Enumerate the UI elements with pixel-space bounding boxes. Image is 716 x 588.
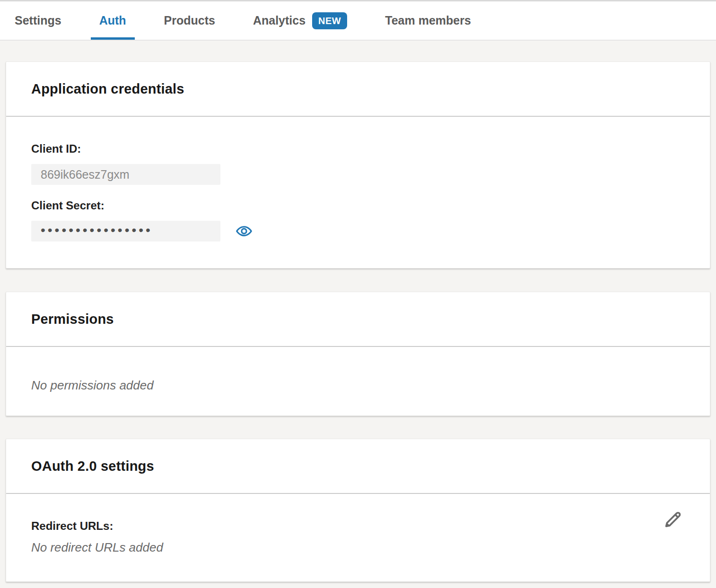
client-secret-label: Client Secret: — [31, 199, 685, 212]
tab-label: Team members — [385, 14, 471, 27]
new-badge: NEW — [312, 12, 347, 29]
card-title: OAuth 2.0 settings — [31, 458, 154, 474]
application-credentials-card: Application credentials Client ID: 869ik… — [6, 61, 710, 268]
client-secret-row: •••••••••••••••• — [31, 221, 685, 242]
client-secret-field[interactable]: •••••••••••••••• — [31, 221, 220, 242]
tab-label: Settings — [15, 14, 61, 27]
pencil-icon[interactable] — [662, 509, 683, 531]
card-title: Application credentials — [31, 81, 184, 97]
tab-products[interactable]: Products — [156, 1, 224, 40]
app-settings-page: Settings Auth Products Analytics NEW Tea… — [0, 0, 716, 588]
card-header: Application credentials — [6, 62, 710, 117]
tab-team-members[interactable]: Team members — [376, 1, 480, 40]
tab-bar: Settings Auth Products Analytics NEW Tea… — [0, 0, 716, 41]
permissions-card: Permissions No permissions added — [6, 292, 710, 416]
client-secret-masked-value: •••••••••••••••• — [41, 224, 153, 237]
card-title: Permissions — [31, 311, 114, 327]
redirect-urls-label: Redirect URLs: — [31, 519, 685, 533]
card-body: Redirect URLs: No redirect URLs added — [6, 494, 710, 581]
tab-label: Auth — [99, 14, 126, 27]
redirect-urls-empty-text: No redirect URLs added — [31, 540, 685, 554]
permissions-empty-text: No permissions added — [31, 378, 685, 392]
card-header: OAuth 2.0 settings — [6, 439, 710, 494]
tab-label: Products — [164, 14, 215, 27]
tab-analytics[interactable]: Analytics NEW — [244, 1, 356, 40]
card-header: Permissions — [6, 292, 710, 347]
card-body: Client ID: 869ik66esz7gxm Client Secret:… — [6, 117, 710, 268]
tab-label: Analytics — [253, 14, 306, 27]
client-id-label: Client ID: — [31, 142, 685, 156]
card-body: No permissions added — [6, 347, 710, 415]
client-id-field[interactable]: 869ik66esz7gxm — [31, 164, 220, 185]
tab-settings[interactable]: Settings — [6, 1, 70, 40]
client-id-value: 869ik66esz7gxm — [41, 168, 130, 182]
oauth-settings-card: OAuth 2.0 settings Redirect URLs: No red… — [6, 439, 710, 582]
main-content: Application credentials Client ID: 869ik… — [0, 61, 716, 582]
eye-icon[interactable] — [236, 223, 253, 240]
tab-auth[interactable]: Auth — [91, 1, 135, 40]
